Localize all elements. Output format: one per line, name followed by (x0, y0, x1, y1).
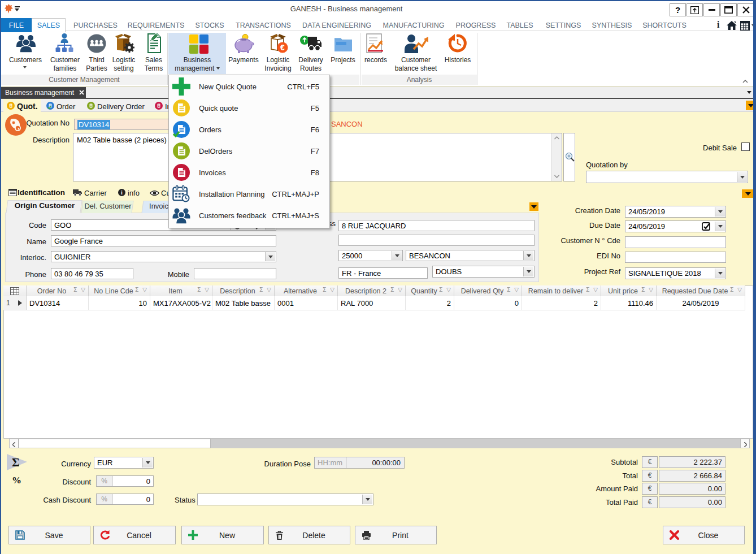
svg-text:Σ: Σ (12, 456, 20, 469)
svg-text:€: € (280, 43, 285, 52)
svg-text:i: i (121, 189, 123, 196)
